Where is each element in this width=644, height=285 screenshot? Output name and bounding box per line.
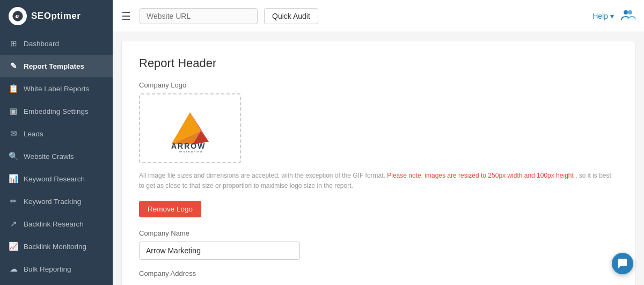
svg-point-1 [17, 15, 19, 17]
sidebar-item-bulk-reporting[interactable]: ☁ Bulk Reporting [0, 258, 113, 280]
website-crawls-icon: 🔍 [9, 151, 18, 161]
company-logo-label: Company Logo [139, 81, 618, 89]
sidebar-item-label: Dashboard [24, 40, 59, 48]
dashboard-icon: ⊞ [9, 39, 18, 48]
seoptimer-logo-icon [9, 7, 27, 25]
backlink-monitoring-icon: 📈 [9, 242, 18, 251]
sidebar-item-label: Keyword Research [24, 175, 85, 183]
help-button[interactable]: Help ▾ [592, 12, 614, 20]
arrow-marketing-logo: ARROW marketing [155, 104, 225, 152]
logo-text: SEOptimer [31, 11, 80, 21]
sidebar-item-keyword-research[interactable]: 📊 Keyword Research [0, 167, 113, 190]
sidebar-item-backlink-research[interactable]: ↗ Backlink Research [0, 213, 113, 235]
menu-icon[interactable]: ☰ [121, 10, 131, 23]
logo-upload-box[interactable]: ARROW marketing [139, 93, 241, 163]
sidebar-item-leads[interactable]: ✉ Leads [0, 122, 113, 145]
sidebar-item-label: Report Templates [24, 62, 84, 70]
chat-bubble[interactable] [612, 253, 633, 274]
embedding-icon: ▣ [9, 106, 18, 116]
logo-area: SEOptimer [0, 0, 113, 32]
main-content: Report Header Company Logo ARROW marketi… [113, 32, 644, 285]
sidebar-item-embedding-settings[interactable]: ▣ Embedding Settings [0, 100, 113, 122]
leads-icon: ✉ [9, 129, 18, 138]
sidebar-item-website-crawls[interactable]: 🔍 Website Crawls [0, 145, 113, 167]
topbar: SEOptimer ☰ Quick Audit Help ▾ [0, 0, 644, 32]
sidebar-item-label: Backlink Monitoring [24, 243, 86, 251]
topbar-right: ☰ Quick Audit Help ▾ [113, 0, 644, 32]
report-templates-icon: ✎ [9, 61, 18, 71]
svg-point-3 [628, 10, 632, 14]
remove-logo-button[interactable]: Remove Logo [139, 201, 201, 217]
section-title: Report Header [139, 56, 618, 70]
keyword-tracking-icon: ✏ [9, 196, 18, 206]
users-icon[interactable] [620, 7, 635, 25]
content-card: Report Header Company Logo ARROW marketi… [121, 41, 635, 285]
bulk-reporting-icon: ☁ [9, 264, 18, 274]
sidebar-item-api[interactable]: ⚙ API [0, 280, 113, 285]
quick-audit-button[interactable]: Quick Audit [264, 8, 318, 24]
sidebar-item-label: White Label Reports [24, 85, 89, 93]
svg-text:ARROW: ARROW [171, 142, 206, 150]
note-text: All image file sizes and dimensions are … [139, 171, 618, 191]
sidebar-item-label: Embedding Settings [24, 107, 89, 115]
company-name-label: Company Name [139, 229, 618, 237]
sidebar: ⊞ Dashboard ✎ Report Templates 📋 White L… [0, 32, 113, 285]
backlink-research-icon: ↗ [9, 219, 18, 229]
sidebar-item-report-templates[interactable]: ✎ Report Templates [0, 55, 113, 77]
sidebar-item-label: Bulk Reporting [24, 265, 71, 273]
website-url-input[interactable] [140, 8, 258, 24]
sidebar-item-label: Website Crawls [24, 152, 74, 160]
company-name-input[interactable] [139, 242, 300, 260]
white-label-icon: 📋 [9, 84, 18, 93]
svg-text:marketing: marketing [179, 150, 203, 152]
sidebar-item-keyword-tracking[interactable]: ✏ Keyword Tracking [0, 190, 113, 213]
sidebar-item-label: Leads [24, 130, 43, 138]
sidebar-item-white-label-reports[interactable]: 📋 White Label Reports [0, 77, 113, 100]
company-address-label: Company Address [139, 269, 618, 277]
note-highlight: Please note, images are resized to 250px… [387, 172, 574, 179]
sidebar-item-dashboard[interactable]: ⊞ Dashboard [0, 32, 113, 55]
sidebar-item-label: Keyword Tracking [24, 198, 81, 206]
sidebar-item-backlink-monitoring[interactable]: 📈 Backlink Monitoring [0, 235, 113, 258]
svg-point-2 [624, 10, 628, 14]
sidebar-item-label: Backlink Research [24, 220, 84, 228]
layout: ⊞ Dashboard ✎ Report Templates 📋 White L… [0, 32, 644, 285]
keyword-research-icon: 📊 [9, 174, 18, 184]
